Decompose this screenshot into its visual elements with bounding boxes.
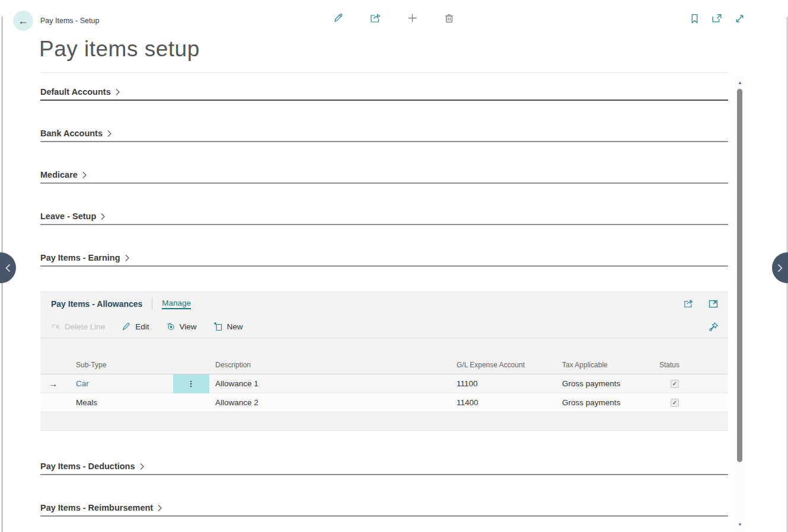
column-header-gl-expense[interactable]: G/L Expense Account bbox=[457, 356, 525, 374]
cell-tax-applicable[interactable]: Gross payments bbox=[562, 374, 620, 393]
chevron-right-icon bbox=[125, 254, 130, 262]
header-divider bbox=[152, 298, 152, 310]
chevron-left-icon bbox=[5, 264, 11, 273]
cell-sub-type[interactable]: Meals bbox=[76, 393, 97, 412]
pencil-icon bbox=[122, 322, 131, 331]
chevron-right-icon bbox=[82, 171, 87, 179]
popout-icon bbox=[712, 14, 722, 23]
chevron-right-icon bbox=[100, 213, 106, 220]
section-leave-setup[interactable]: Leave - Setup bbox=[40, 209, 728, 225]
edit-line-button[interactable]: Edit bbox=[122, 322, 149, 331]
chevron-right-icon bbox=[157, 504, 162, 512]
column-header-status[interactable]: Status bbox=[659, 356, 679, 374]
chevron-right-icon bbox=[777, 264, 783, 273]
page-actions bbox=[332, 11, 455, 24]
delete-page-button[interactable] bbox=[442, 11, 455, 24]
share-icon bbox=[370, 13, 381, 23]
share-page-button[interactable] bbox=[369, 11, 382, 24]
breadcrumb[interactable]: Pay Items - Setup bbox=[40, 17, 99, 25]
open-in-window-button[interactable] bbox=[710, 12, 723, 25]
share-part-button[interactable] bbox=[682, 297, 695, 310]
pin-part-button[interactable] bbox=[709, 322, 719, 332]
cell-sub-type[interactable]: Car bbox=[76, 374, 89, 393]
cell-description[interactable]: Allowance 1 bbox=[215, 374, 259, 393]
chevron-right-icon bbox=[107, 130, 112, 137]
popout-icon bbox=[709, 299, 718, 308]
bookmark-button[interactable] bbox=[688, 12, 701, 25]
section-pay-items-deductions[interactable]: Pay Items - Deductions bbox=[40, 459, 728, 475]
new-page-button[interactable] bbox=[406, 11, 419, 24]
next-record-button[interactable] bbox=[772, 252, 788, 283]
pencil-icon bbox=[333, 12, 344, 23]
column-header-tax-applicable[interactable]: Tax Applicable bbox=[562, 356, 608, 374]
chevron-right-icon bbox=[139, 463, 145, 470]
edit-page-button[interactable] bbox=[332, 11, 345, 24]
scrollbar-thumb[interactable] bbox=[737, 89, 742, 462]
share-icon bbox=[684, 299, 694, 308]
cell-description[interactable]: Allowance 2 bbox=[215, 393, 259, 412]
expand-button[interactable] bbox=[733, 12, 746, 25]
section-pay-items-reimbursement[interactable]: Pay Items - Reimbursement bbox=[40, 500, 728, 517]
expand-diagonal-icon bbox=[735, 14, 745, 24]
cell-tax-applicable[interactable]: Gross payments bbox=[562, 393, 620, 412]
eye-icon bbox=[166, 322, 176, 331]
new-line-button[interactable]: New bbox=[213, 322, 243, 331]
row-options-menu-icon[interactable]: ⋮ bbox=[173, 374, 209, 393]
section-bank-accounts[interactable]: Bank Accounts bbox=[40, 126, 728, 142]
back-arrow-icon: ← bbox=[18, 15, 28, 27]
title-divider bbox=[40, 72, 728, 73]
allowances-card-header: Pay Items - Allowances Manage bbox=[40, 292, 728, 315]
pin-icon bbox=[709, 322, 719, 332]
section-default-accounts[interactable]: Default Accounts bbox=[40, 84, 728, 101]
top-bar: ← Pay Items - Setup bbox=[2, 0, 787, 36]
open-part-button[interactable] bbox=[707, 297, 720, 310]
scroll-down-arrow[interactable]: ▼ bbox=[737, 522, 743, 527]
manage-tab[interactable]: Manage bbox=[162, 299, 191, 309]
status-checkbox-checked: ✓ bbox=[671, 380, 679, 388]
column-header-description[interactable]: Description bbox=[215, 356, 251, 374]
back-button[interactable]: ← bbox=[13, 11, 33, 31]
allowances-card: Pay Items - Allowances Manage bbox=[40, 291, 728, 431]
view-line-button[interactable]: View bbox=[166, 322, 197, 331]
new-document-icon bbox=[213, 322, 223, 331]
scroll-up-arrow[interactable]: ▲ bbox=[737, 80, 743, 85]
table-row[interactable]: Meals Allowance 2 11400 Gross payments ✓ bbox=[40, 393, 728, 412]
cell-gl-expense[interactable]: 11400 bbox=[457, 393, 478, 412]
table-row[interactable]: → Car ⋮ Allowance 1 11100 Gross payments… bbox=[40, 374, 728, 393]
chevron-right-icon bbox=[115, 88, 120, 96]
page-title: Pay items setup bbox=[39, 37, 200, 62]
delete-line-button[interactable]: Delete Line bbox=[51, 322, 105, 331]
column-header-sub-type[interactable]: Sub-Type bbox=[76, 356, 106, 374]
trash-icon bbox=[444, 13, 454, 23]
section-pay-items-earning[interactable]: Pay Items - Earning bbox=[40, 250, 728, 267]
allowances-card-title: Pay Items - Allowances bbox=[51, 299, 142, 309]
allowances-grid-header: Sub-Type Description G/L Expense Account… bbox=[40, 356, 728, 374]
bookmark-icon bbox=[690, 14, 699, 24]
section-medicare[interactable]: Medicare bbox=[40, 167, 728, 184]
current-row-indicator-icon: → bbox=[49, 374, 58, 393]
plus-icon bbox=[407, 13, 417, 23]
status-checkbox-checked: ✓ bbox=[671, 399, 679, 407]
window-actions bbox=[688, 12, 746, 25]
cell-gl-expense[interactable]: 11100 bbox=[457, 374, 478, 393]
allowances-toolbar: Delete Line Edit View bbox=[40, 315, 728, 338]
delete-line-icon bbox=[51, 323, 60, 331]
previous-record-button[interactable] bbox=[0, 252, 16, 283]
